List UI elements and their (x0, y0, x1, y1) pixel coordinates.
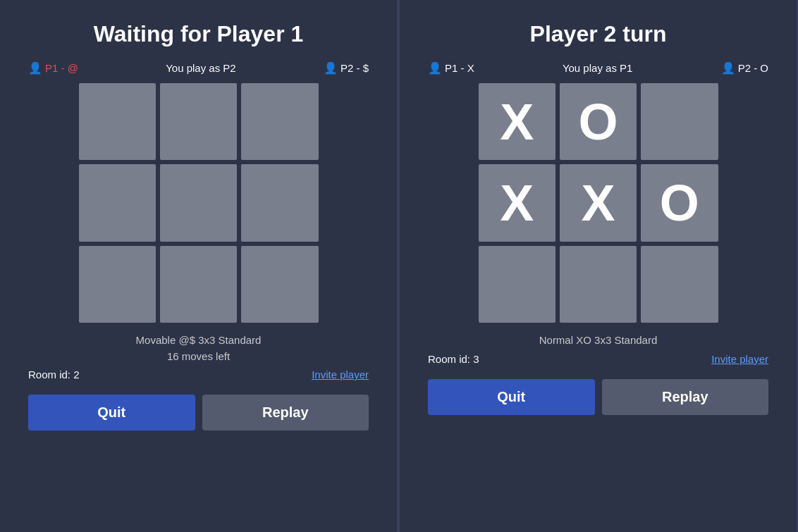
panel-1-cell-7[interactable] (160, 246, 237, 323)
panel-2-cell-4[interactable]: X (560, 164, 637, 241)
panel-1-you-play: You play as P2 (166, 62, 236, 74)
panel-1-cell-6[interactable] (79, 246, 156, 323)
panel-2-room-row: Room id: 3 Invite player (428, 353, 768, 365)
panel-1-game-info: Movable @$ 3x3 Standard 16 moves left (136, 333, 262, 364)
panel-1-cell-0[interactable] (79, 83, 156, 160)
panel-2-cell-0[interactable]: X (479, 83, 555, 160)
person-icon-2: 👤 (324, 61, 338, 75)
person-icon-1: 👤 (28, 61, 42, 75)
panel-1-player-info: 👤 P1 - @ You play as P2 👤 P2 - $ (28, 61, 369, 75)
panel-2-player-info: 👤 P1 - X You play as P1 👤 P2 - O (428, 61, 768, 75)
panel-2-btn-row: Quit Replay (428, 379, 768, 415)
panel-2: Player 2 turn 👤 P1 - X You play as P1 👤 … (400, 0, 798, 532)
panel-2-board: XOXXO (479, 83, 718, 323)
panel-2-cell-3[interactable]: X (479, 164, 555, 241)
panel-2-replay-button[interactable]: Replay (602, 379, 769, 415)
panel-2-invite-link[interactable]: Invite player (711, 353, 768, 365)
panel-2-game-info: Normal XO 3x3 Standard (539, 333, 658, 349)
panel-2-quit-button[interactable]: Quit (428, 379, 595, 415)
panel-2-cell-6[interactable] (479, 246, 555, 323)
panel-1-room-row: Room id: 2 Invite player (28, 369, 369, 381)
panel-1-room-id: Room id: 2 (28, 369, 80, 381)
panel-2-cell-8[interactable] (641, 246, 718, 323)
person-icon-3: 👤 (428, 61, 442, 75)
panel-2-player1-label: 👤 P1 - X (428, 61, 474, 75)
panel-1-player1-label: 👤 P1 - @ (28, 61, 78, 75)
panel-2-cell-1[interactable]: O (560, 83, 637, 160)
panel-1-board (79, 83, 319, 323)
panel-1-cell-4[interactable] (160, 164, 237, 241)
panel-1: Waiting for Player 1 👤 P1 - @ You play a… (0, 0, 398, 532)
panel-1-replay-button[interactable]: Replay (202, 395, 369, 431)
panel-1-title: Waiting for Player 1 (94, 21, 304, 47)
panel-1-quit-button[interactable]: Quit (28, 395, 195, 431)
panel-2-player2-label: 👤 P2 - O (721, 61, 768, 75)
panel-2-title: Player 2 turn (530, 21, 667, 47)
panel-2-cell-7[interactable] (560, 246, 637, 323)
panel-1-invite-link[interactable]: Invite player (312, 369, 369, 381)
panel-1-cell-8[interactable] (241, 246, 318, 323)
panel-1-cell-3[interactable] (79, 164, 156, 241)
panel-2-cell-5[interactable]: O (641, 164, 718, 241)
panel-1-cell-5[interactable] (241, 164, 318, 241)
person-icon-4: 👤 (721, 61, 735, 75)
panel-2-cell-2[interactable] (641, 83, 718, 160)
panel-1-player2-label: 👤 P2 - $ (324, 61, 369, 75)
panel-1-cell-2[interactable] (241, 83, 318, 160)
panel-1-cell-1[interactable] (160, 83, 237, 160)
panel-2-room-id: Room id: 3 (428, 353, 479, 365)
panel-1-btn-row: Quit Replay (28, 395, 369, 431)
panel-2-you-play: You play as P1 (563, 62, 633, 74)
